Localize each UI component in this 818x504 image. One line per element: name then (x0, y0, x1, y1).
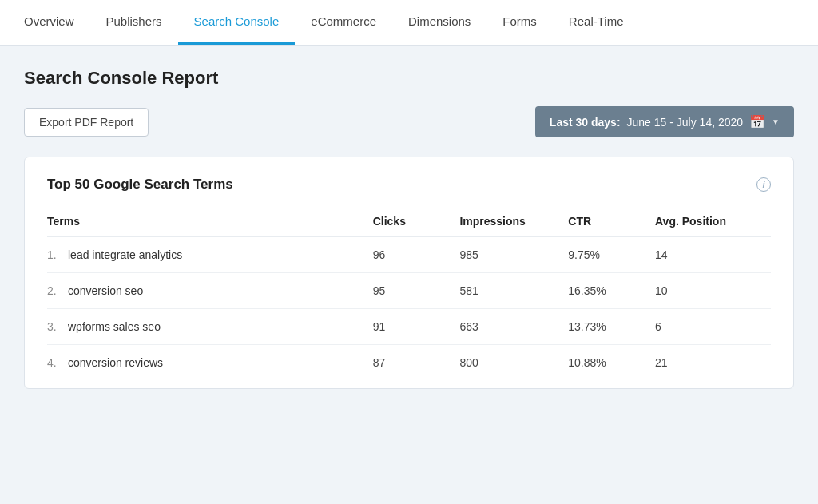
avg-position-cell: 6 (655, 309, 771, 345)
term-number: 2. (47, 284, 65, 297)
ctr-cell: 9.75% (568, 236, 655, 273)
nav-item-forms[interactable]: Forms (486, 0, 553, 45)
nav-item-dimensions[interactable]: Dimensions (392, 0, 486, 45)
col-header-ctr: CTR (568, 208, 655, 236)
avg-position-cell: 14 (655, 236, 771, 273)
export-label: Export PDF Report (39, 116, 133, 129)
term-name: wpforms sales seo (68, 320, 161, 333)
term-number: 1. (47, 248, 65, 261)
impressions-cell: 985 (459, 236, 568, 273)
col-header-avg-position: Avg. Position (655, 208, 771, 236)
main-content: Search Console Report Export PDF Report … (0, 46, 818, 413)
term-name: conversion seo (68, 284, 143, 297)
nav-item-publishers[interactable]: Publishers (90, 0, 178, 45)
date-range-value: June 15 - July 14, 2020 (627, 116, 744, 129)
nav-item-realtime[interactable]: Real-Time (553, 0, 640, 45)
table-row: 2. conversion seo 95 581 16.35% 10 (47, 273, 771, 309)
clicks-cell: 96 (373, 236, 460, 273)
date-range-button[interactable]: Last 30 days: June 15 - July 14, 2020 📅 … (535, 106, 794, 137)
impressions-cell: 800 (459, 345, 568, 381)
page-title: Search Console Report (24, 68, 794, 89)
impressions-cell: 581 (459, 273, 568, 309)
term-cell: 3. wpforms sales seo (47, 309, 373, 345)
table-header-row: Terms Clicks Impressions CTR Avg. Positi… (47, 208, 771, 236)
term-number: 4. (47, 356, 65, 369)
date-range-bold-label: Last 30 days: (550, 116, 621, 129)
table-row: 3. wpforms sales seo 91 663 13.73% 6 (47, 309, 771, 345)
term-name: lead integrate analytics (68, 248, 182, 261)
clicks-cell: 91 (373, 309, 460, 345)
export-pdf-button[interactable]: Export PDF Report (24, 108, 149, 137)
nav-item-overview[interactable]: Overview (16, 0, 90, 45)
card-header: Top 50 Google Search Terms i (47, 177, 771, 192)
chevron-down-icon: ▼ (772, 117, 780, 126)
table-row: 1. lead integrate analytics 96 985 9.75%… (47, 236, 771, 273)
term-cell: 4. conversion reviews (47, 345, 373, 381)
clicks-cell: 87 (373, 345, 460, 381)
ctr-cell: 13.73% (568, 309, 655, 345)
toolbar: Export PDF Report Last 30 days: June 15 … (24, 106, 794, 137)
impressions-cell: 663 (459, 309, 568, 345)
nav-item-search-console[interactable]: Search Console (178, 0, 296, 45)
clicks-cell: 95 (373, 273, 460, 309)
calendar-icon: 📅 (749, 114, 765, 129)
table-row: 4. conversion reviews 87 800 10.88% 21 (47, 345, 771, 381)
nav-item-ecommerce[interactable]: eCommerce (295, 0, 392, 45)
avg-position-cell: 10 (655, 273, 771, 309)
term-number: 3. (47, 320, 65, 333)
ctr-cell: 16.35% (568, 273, 655, 309)
top-navigation: Overview Publishers Search Console eComm… (0, 0, 818, 46)
term-cell: 2. conversion seo (47, 273, 373, 309)
term-name: conversion reviews (68, 356, 163, 369)
term-cell: 1. lead integrate analytics (47, 236, 373, 273)
col-header-impressions: Impressions (459, 208, 568, 236)
search-terms-table: Terms Clicks Impressions CTR Avg. Positi… (47, 208, 771, 380)
col-header-clicks: Clicks (373, 208, 460, 236)
search-terms-card: Top 50 Google Search Terms i Terms Click… (24, 157, 794, 389)
ctr-cell: 10.88% (568, 345, 655, 381)
info-icon[interactable]: i (756, 177, 771, 192)
card-title-text: Top 50 Google Search Terms (47, 177, 233, 192)
avg-position-cell: 21 (655, 345, 771, 381)
col-header-terms: Terms (47, 208, 373, 236)
